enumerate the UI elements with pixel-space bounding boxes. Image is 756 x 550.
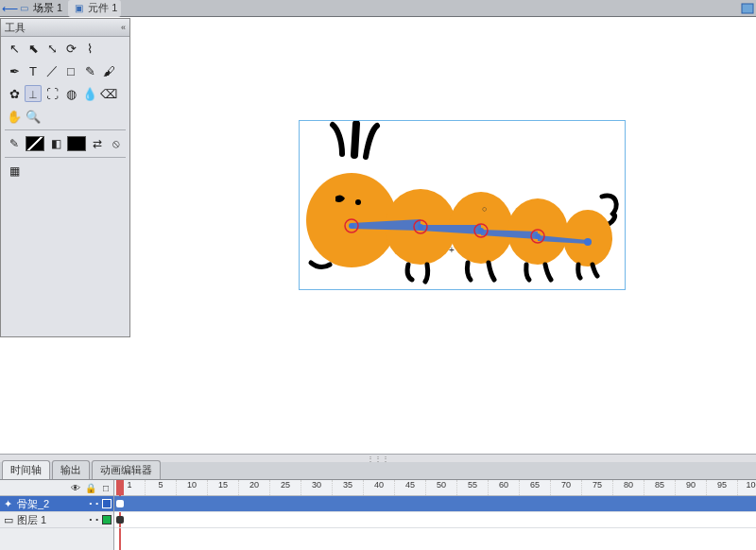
- stroke-color-icon[interactable]: ✎: [6, 135, 23, 152]
- lasso-tool[interactable]: ⌇: [81, 40, 98, 57]
- no-color-icon[interactable]: ⦸: [108, 135, 125, 152]
- breadcrumb-scene-label: 场景 1: [33, 1, 62, 15]
- timeline-panel: 时间轴 输出 动画编辑器 👁 🔒 □ ✦ 骨架_2 • • ▭ 图层 1: [0, 462, 756, 550]
- free-transform-tool[interactable]: ⤡: [43, 40, 60, 57]
- ruler-tick[interactable]: 10: [177, 480, 208, 495]
- paint-bucket-tool[interactable]: ⛶: [43, 85, 60, 102]
- ruler-tick[interactable]: 60: [489, 480, 520, 495]
- tab-timeline[interactable]: 时间轴: [2, 460, 50, 479]
- svg-point-19: [584, 238, 592, 246]
- svg-text:○: ○: [482, 204, 487, 214]
- ruler-tick[interactable]: 55: [457, 480, 489, 495]
- playhead[interactable]: [116, 480, 124, 495]
- deco-tool[interactable]: ✿: [6, 85, 23, 102]
- fill-color-icon[interactable]: ◧: [47, 135, 64, 152]
- svg-rect-0: [742, 4, 753, 13]
- breadcrumb-symbol[interactable]: ▣ 元件 1: [68, 0, 121, 17]
- layers-header: 👁 🔒 □: [0, 480, 113, 496]
- ruler-tick[interactable]: 25: [270, 480, 301, 495]
- swap-colors-icon[interactable]: ⇄: [89, 135, 106, 152]
- edit-bar: ⟵ ▭ 场景 1 ▣ 元件 1: [0, 0, 756, 17]
- keyframe-armature-1[interactable]: [116, 500, 124, 507]
- tab-output[interactable]: 输出: [52, 460, 90, 479]
- frame-ruler[interactable]: 1510152025303540455055606570758085909510…: [114, 480, 756, 496]
- tools-panel: 工具 « ↖ ⬉ ⤡ ⟳ ⌇ ✒ T ／ □ ✎ 🖌 ✿ ⟂ ⛶ ◍ 💧 ⌫ ✋…: [0, 18, 130, 337]
- ink-bottle-tool[interactable]: ◍: [62, 85, 79, 102]
- ruler-tick[interactable]: 75: [582, 480, 613, 495]
- track-armature[interactable]: [114, 496, 756, 512]
- svg-point-6: [355, 199, 361, 205]
- breadcrumb-scene[interactable]: ▭ 场景 1: [17, 0, 62, 17]
- ruler-tick[interactable]: 95: [707, 480, 738, 495]
- layer-1[interactable]: ▭ 图层 1 • •: [0, 512, 113, 528]
- eraser-tool[interactable]: ⌫: [100, 85, 117, 102]
- pencil-tool[interactable]: ✎: [81, 62, 98, 79]
- eyedropper-tool[interactable]: 💧: [81, 85, 98, 102]
- layer-icon: ▭: [4, 514, 17, 526]
- ruler-tick[interactable]: 80: [613, 480, 644, 495]
- symbol-bounding-box: ○ +: [299, 120, 626, 290]
- tool-row-4: ✋ 🔍: [1, 105, 129, 128]
- ruler-tick[interactable]: 70: [551, 480, 582, 495]
- line-tool[interactable]: ／: [43, 62, 60, 79]
- 3d-rotation-tool[interactable]: ⟳: [62, 40, 79, 57]
- ruler-tick[interactable]: 30: [301, 480, 333, 495]
- layer-1-visible-dot[interactable]: •: [89, 515, 92, 524]
- ruler-tick[interactable]: 40: [364, 480, 395, 495]
- ruler-tick[interactable]: 5: [146, 480, 177, 495]
- text-tool[interactable]: T: [25, 62, 42, 79]
- timeline-tabs: 时间轴 输出 动画编辑器: [0, 462, 756, 480]
- selection-tool[interactable]: ↖: [6, 40, 23, 57]
- layer-1-label: 图层 1: [17, 513, 46, 527]
- layer-armature-color[interactable]: [102, 499, 112, 508]
- rectangle-tool[interactable]: □: [62, 62, 79, 79]
- subselection-tool[interactable]: ⬉: [25, 40, 42, 57]
- track-layer-1[interactable]: [114, 512, 756, 528]
- color-row: ✎ ◧ ⇄ ⦸: [1, 132, 129, 155]
- zoom-tool[interactable]: 🔍: [25, 108, 42, 125]
- ruler-tick[interactable]: 65: [520, 480, 551, 495]
- svg-point-14: [418, 224, 423, 230]
- brush-tool[interactable]: 🖌: [100, 62, 117, 79]
- eye-column-icon[interactable]: 👁: [70, 483, 81, 493]
- bone-tool[interactable]: ⟂: [25, 85, 42, 102]
- ruler-tick[interactable]: 90: [676, 480, 707, 495]
- svg-point-18: [535, 233, 541, 239]
- ruler-tick[interactable]: 50: [426, 480, 457, 495]
- symbol-icon: ▣: [72, 2, 85, 15]
- keyframe-layer1-1[interactable]: [116, 516, 124, 524]
- layer-1-color[interactable]: [102, 515, 112, 524]
- ruler-tick[interactable]: 20: [239, 480, 270, 495]
- fill-color-swatch[interactable]: [67, 136, 86, 151]
- back-arrow-icon[interactable]: ⟵: [2, 2, 17, 15]
- layer-armature-visible-dot[interactable]: •: [89, 499, 92, 508]
- svg-point-16: [478, 228, 484, 233]
- options-row: ▦: [1, 160, 129, 182]
- ruler-tick[interactable]: 100: [738, 480, 756, 495]
- stage[interactable]: ○ +: [132, 18, 756, 457]
- canvas-artwork[interactable]: ○ +: [300, 121, 625, 289]
- tool-row-3: ✿ ⟂ ⛶ ◍ 💧 ⌫: [1, 82, 129, 105]
- options-icon[interactable]: ▦: [6, 163, 23, 180]
- ruler-tick[interactable]: 35: [333, 480, 364, 495]
- lock-column-icon[interactable]: 🔒: [85, 483, 96, 493]
- tools-panel-title-text: 工具: [5, 21, 26, 35]
- outline-column-icon[interactable]: □: [100, 483, 112, 493]
- svg-point-1: [306, 173, 397, 267]
- ruler-tick[interactable]: 15: [208, 480, 239, 495]
- edit-bar-menu-icon[interactable]: [739, 2, 756, 15]
- ruler-tick[interactable]: 45: [395, 480, 426, 495]
- scene-icon: ▭: [17, 2, 30, 15]
- tab-motion-editor[interactable]: 动画编辑器: [92, 460, 161, 479]
- stroke-color-swatch[interactable]: [26, 136, 44, 151]
- layer-1-lock-dot[interactable]: •: [95, 515, 98, 524]
- pen-tool[interactable]: ✒: [6, 62, 23, 79]
- svg-point-12: [349, 223, 354, 229]
- hand-tool[interactable]: ✋: [6, 108, 23, 125]
- layer-armature-lock-dot[interactable]: •: [95, 499, 98, 508]
- frames-area[interactable]: 1510152025303540455055606570758085909510…: [114, 480, 756, 550]
- layer-armature[interactable]: ✦ 骨架_2 • •: [0, 496, 113, 512]
- tools-panel-title: 工具 «: [1, 19, 129, 37]
- ruler-tick[interactable]: 85: [644, 480, 676, 495]
- panel-minimize-icon[interactable]: «: [121, 23, 126, 32]
